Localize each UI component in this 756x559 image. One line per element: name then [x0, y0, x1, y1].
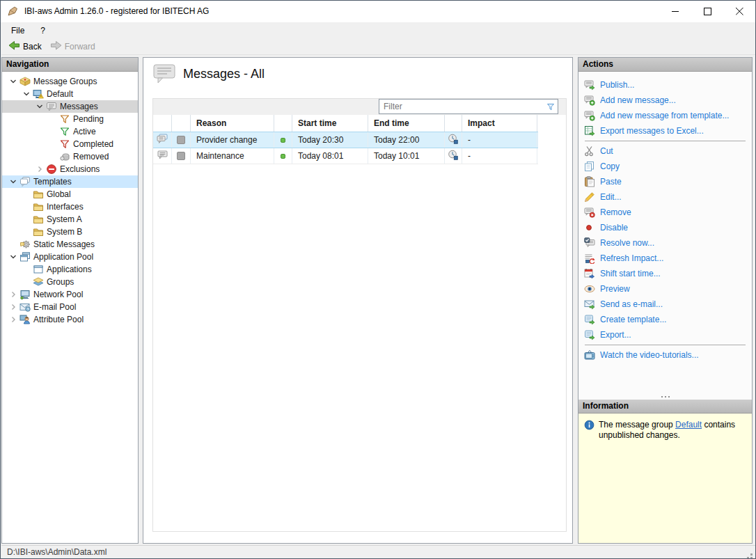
tree-item-label: Completed	[73, 139, 113, 149]
tree-item-label: Static Messages	[33, 239, 95, 249]
action-resolve-now[interactable]: Resolve now...	[578, 235, 752, 251]
information-message: The message group Default contains unpub…	[599, 420, 746, 441]
header-reason[interactable]: Reason	[191, 115, 274, 132]
action-label: Copy	[600, 162, 620, 171]
forward-button[interactable]: Forward	[46, 39, 100, 54]
attribute-pool-icon	[19, 314, 31, 325]
tree-item-removed[interactable]: Removed	[2, 150, 138, 163]
table-row[interactable]: Provider change Today 20:30 Today 22:00 …	[153, 132, 538, 148]
resize-grip[interactable]	[750, 553, 753, 556]
action-add-message-from-template[interactable]: Add new message from template...	[578, 108, 752, 123]
tree-item-default[interactable]: Default	[2, 88, 138, 100]
action-watch-video-tutorials[interactable]: Watch the video-tutorials...	[578, 347, 752, 363]
forward-arrow-icon	[50, 40, 62, 53]
minimize-button[interactable]	[659, 1, 691, 22]
header-impact[interactable]: Impact	[462, 115, 537, 132]
tree-item-network-pool[interactable]: Network Pool	[2, 288, 138, 301]
chevron-down-icon[interactable]	[7, 251, 19, 262]
header-start-time[interactable]: Start time	[292, 115, 368, 132]
tree-item-applications[interactable]: Applications	[2, 263, 138, 276]
action-copy[interactable]: Copy	[578, 159, 752, 174]
tree-item-label: Default	[47, 89, 73, 99]
status-bar: D:\IBI-aws\Admin\Data.xml	[1, 545, 756, 559]
default-group-link[interactable]: Default	[675, 420, 702, 430]
message-double-bubble-icon	[157, 134, 168, 146]
tree-item-system-b[interactable]: System B	[2, 226, 138, 238]
chevron-down-icon[interactable]	[33, 101, 46, 112]
messages-table: Reason Start time End time Impact Provid…	[153, 115, 538, 164]
back-button[interactable]: Back	[4, 39, 46, 54]
tree-item-global[interactable]: Global	[2, 188, 138, 200]
resolve-icon	[584, 237, 595, 249]
filter-funnel-icon[interactable]	[544, 101, 558, 112]
panel-splitter-grip[interactable]	[661, 396, 670, 397]
chevron-right-icon[interactable]	[7, 314, 19, 325]
action-export-messages-excel[interactable]: Export messages to Excel...	[578, 123, 752, 139]
message-groups-icon	[19, 76, 31, 87]
back-arrow-icon	[8, 40, 20, 53]
filter-input[interactable]	[379, 102, 544, 111]
header-state[interactable]	[172, 115, 191, 132]
chevron-down-icon[interactable]	[20, 88, 33, 100]
action-cut[interactable]: Cut	[578, 143, 752, 159]
table-row[interactable]: Maintenance Today 08:01 Today 10:01 -	[153, 148, 538, 164]
action-label: Create template...	[600, 315, 666, 324]
refresh-impact-icon	[584, 253, 595, 264]
action-refresh-impact[interactable]: Refresh Impact...	[578, 251, 752, 266]
tree-item-interfaces[interactable]: Interfaces	[2, 200, 138, 213]
send-email-icon	[584, 299, 595, 310]
title-bar: IBI-aws Admin 1.26.0 - registered for IB…	[1, 1, 755, 22]
header-status[interactable]	[274, 115, 292, 132]
header-impact-icon[interactable]	[445, 115, 462, 132]
header-end-time[interactable]: End time	[368, 115, 445, 132]
tree-item-templates[interactable]: Templates	[2, 175, 138, 188]
tree-item-messages[interactable]: Messages	[2, 100, 138, 113]
action-shift-start-time[interactable]: Shift start time...	[578, 266, 752, 281]
action-preview[interactable]: Preview	[578, 281, 752, 297]
chevron-right-icon[interactable]	[7, 301, 19, 313]
action-remove[interactable]: Remove	[578, 205, 752, 220]
tree-item-email-pool[interactable]: E-mail Pool	[2, 301, 138, 313]
maximize-button[interactable]	[691, 1, 723, 22]
action-paste[interactable]: Paste	[578, 174, 752, 189]
action-label: Publish...	[600, 80, 634, 90]
chevron-down-icon[interactable]	[7, 176, 19, 187]
remove-icon	[584, 207, 595, 218]
messages-panel: Messages - All Reason Start time End	[143, 57, 573, 544]
message-bubble-icon	[157, 150, 168, 162]
action-create-template[interactable]: Create template...	[578, 312, 752, 327]
pending-filter-icon	[59, 113, 70, 125]
cell-reason: Provider change	[191, 132, 274, 148]
action-add-new-message[interactable]: Add new message...	[578, 93, 752, 108]
actions-header: Actions	[578, 58, 752, 72]
tree-item-system-a[interactable]: System A	[2, 213, 138, 226]
action-label: Shift start time...	[600, 269, 661, 278]
action-send-as-email[interactable]: Send as e-mail...	[578, 297, 752, 312]
window-title: IBI-aws Admin 1.26.0 - registered for IB…	[24, 1, 209, 22]
tree-item-pending[interactable]: Pending	[2, 113, 138, 125]
tree-item-attribute-pool[interactable]: Attribute Pool	[2, 313, 138, 326]
tree-item-groups[interactable]: Groups	[2, 276, 138, 288]
tree-item-active[interactable]: Active	[2, 125, 138, 138]
action-export[interactable]: Export...	[578, 327, 752, 343]
chevron-right-icon[interactable]	[33, 164, 46, 175]
action-edit[interactable]: Edit...	[578, 189, 752, 205]
tree-item-label: Application Pool	[33, 252, 93, 262]
action-label: Refresh Impact...	[600, 253, 663, 263]
chevron-down-icon[interactable]	[7, 76, 19, 87]
information-header: Information	[578, 400, 752, 414]
menu-help[interactable]: ?	[34, 24, 52, 38]
action-publish[interactable]: Publish...	[578, 77, 752, 93]
tree-item-static-messages[interactable]: Static Messages	[2, 238, 138, 251]
chevron-right-icon[interactable]	[7, 289, 19, 300]
header-type[interactable]	[153, 115, 172, 132]
menu-file[interactable]: File	[5, 24, 31, 38]
tree-item-exclusions[interactable]: Exclusions	[2, 163, 138, 175]
close-button[interactable]	[723, 1, 755, 22]
tree-item-message-groups[interactable]: Message Groups	[2, 75, 138, 88]
action-disable[interactable]: Disable	[578, 220, 752, 235]
excel-export-icon	[584, 125, 595, 136]
state-square-icon	[177, 136, 185, 144]
tree-item-completed[interactable]: Completed	[2, 138, 138, 150]
tree-item-application-pool[interactable]: Application Pool	[2, 251, 138, 263]
